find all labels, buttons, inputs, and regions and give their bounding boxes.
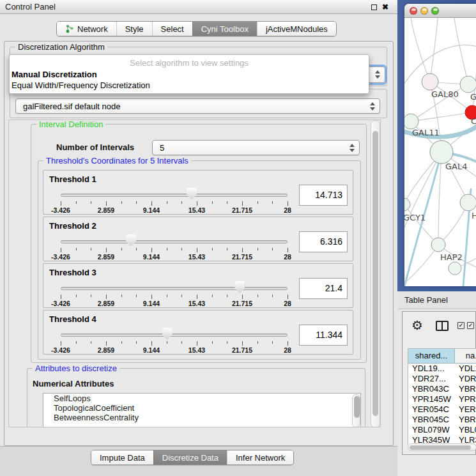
table-panel: ⚙ ✓ ✓ shared...na... YDL19...YDL1YDR27..… bbox=[402, 311, 476, 455]
slider-tick bbox=[61, 248, 61, 252]
table-cell: YPR1 bbox=[455, 394, 476, 404]
table-horizontal-scrollbar-thumb[interactable] bbox=[410, 445, 471, 450]
threshold-3-label: Threshold 3 bbox=[49, 268, 96, 277]
network-window-titlebar[interactable] bbox=[404, 4, 476, 18]
close-traffic-light-icon[interactable] bbox=[410, 7, 417, 15]
node-label-g: G bbox=[470, 92, 476, 102]
numerical-attributes-list[interactable]: SelfLoopsTopologicalCoefficientBetweenne… bbox=[43, 393, 361, 427]
network-node[interactable] bbox=[404, 198, 410, 211]
threshold-3-slider-thumb[interactable] bbox=[234, 281, 245, 293]
threshold-1-slider-thumb[interactable] bbox=[187, 188, 197, 200]
table-row[interactable]: YBL079WYBL0 bbox=[408, 425, 476, 435]
tab-select[interactable]: Select bbox=[152, 22, 192, 36]
interval-definition-group: Interval Definition Number of Intervals … bbox=[31, 124, 367, 363]
tab-jactivemnodules[interactable]: jActiveMNodules bbox=[257, 22, 336, 36]
slider-tick-label: 21.715 bbox=[232, 206, 252, 214]
gear-icon[interactable]: ⚙ bbox=[411, 318, 423, 333]
table-row[interactable]: YDR27...YDR2 bbox=[408, 374, 476, 384]
threshold-2-value-field[interactable]: 6.316 bbox=[299, 231, 348, 252]
attribute-item-topologicalcoefficient[interactable]: TopologicalCoefficient bbox=[43, 403, 360, 413]
popup-item-equal-width-frequency-discretization[interactable]: Equal Width/Frequency Discretization bbox=[10, 80, 369, 91]
table-row[interactable]: YER054CYER0 bbox=[408, 404, 476, 415]
tab-cyni-toolbox[interactable]: Cyni Toolbox bbox=[192, 22, 257, 36]
tab-infer-network[interactable]: Infer Network bbox=[227, 450, 293, 464]
zoom-traffic-light-icon[interactable] bbox=[431, 7, 439, 15]
cyni-toolbox-pane: Discretization Algorithm Table Data galF… bbox=[4, 41, 394, 446]
slider-tick bbox=[212, 201, 213, 204]
node-label-gcy1: GCY1 bbox=[404, 213, 426, 222]
slider-tick-label: 21.715 bbox=[232, 253, 252, 261]
settings-scrollbar-thumb[interactable] bbox=[372, 131, 378, 416]
network-node[interactable] bbox=[431, 238, 445, 252]
table-cell: YDR2 bbox=[455, 374, 476, 384]
threshold-2-slider-thumb[interactable] bbox=[126, 234, 136, 247]
number-of-intervals-combobox[interactable]: 5 bbox=[152, 140, 360, 155]
threshold-3-value-field[interactable]: 21.4 bbox=[299, 278, 348, 299]
slider-tick-label: -3.426 bbox=[51, 300, 70, 307]
minimize-traffic-light-icon[interactable] bbox=[420, 7, 428, 15]
close-icon[interactable]: ✖ bbox=[381, 3, 390, 12]
table-row[interactable]: YBR045CYBR0 bbox=[408, 415, 476, 425]
column-header-na[interactable]: na... bbox=[455, 349, 476, 364]
attributes-list-scrollbar[interactable] bbox=[352, 394, 360, 427]
column-header-shared[interactable]: shared... bbox=[408, 349, 455, 364]
threshold-4-panel: Threshold 4-3.4262.8599.14415.4321.71528… bbox=[43, 310, 353, 355]
attribute-item-selfloops[interactable]: SelfLoops bbox=[43, 394, 360, 403]
popup-item-manual-discretization[interactable]: Manual Discretization bbox=[10, 69, 369, 80]
slider-tick bbox=[227, 248, 227, 250]
thresholds-group: Threshold's Coordinates for 5 Intervals … bbox=[38, 160, 361, 360]
slider-tick bbox=[76, 295, 77, 297]
network-node[interactable] bbox=[460, 194, 476, 211]
slider-tick bbox=[181, 295, 182, 297]
network-node[interactable] bbox=[430, 141, 453, 164]
algorithm-popup-items: Manual DiscretizationEqual Width/Frequen… bbox=[10, 69, 369, 91]
slider-tick bbox=[257, 248, 258, 250]
network-node[interactable] bbox=[460, 76, 476, 93]
attributes-list-scrollbar-thumb[interactable] bbox=[354, 396, 360, 418]
numerical-attributes-label: Numerical Attributes bbox=[33, 379, 114, 388]
tab-discretize-data[interactable]: Discretize Data bbox=[153, 450, 227, 464]
table-horizontal-scrollbar[interactable] bbox=[408, 443, 476, 451]
slider-tick-label: 2.859 bbox=[98, 253, 114, 261]
threshold-1-value-field[interactable]: 14.713 bbox=[299, 185, 348, 206]
attribute-item-betweennesscentrality[interactable]: BetweennessCentrality bbox=[43, 413, 360, 422]
threshold-3-slider-track[interactable] bbox=[61, 287, 288, 290]
select-all-checkbox-icon[interactable]: ✓ bbox=[457, 322, 464, 329]
number-of-intervals-value: 5 bbox=[160, 143, 164, 153]
table-row[interactable]: YBR043CYBR0 bbox=[408, 384, 476, 394]
network-canvas[interactable]: GAL80GCGAL11GAL4GCY1HHAP2 bbox=[404, 18, 476, 286]
network-node[interactable] bbox=[449, 262, 461, 275]
threshold-4-slider-track[interactable] bbox=[61, 334, 288, 337]
tab-label: jActiveMNodules bbox=[266, 24, 328, 34]
threshold-4-value-field[interactable]: 11.344 bbox=[299, 325, 348, 346]
threshold-2-slider-track[interactable] bbox=[61, 240, 288, 243]
float-window-icon[interactable] bbox=[369, 3, 378, 12]
settings-scrollbar[interactable] bbox=[371, 120, 380, 427]
tab-impute-data[interactable]: Impute Data bbox=[91, 450, 153, 464]
tab-style[interactable]: Style bbox=[116, 22, 152, 36]
threshold-4-label: Threshold 4 bbox=[49, 314, 96, 324]
slider-tick bbox=[91, 341, 91, 344]
threshold-2-panel: Threshold 2-3.4262.8599.14415.4321.71528… bbox=[43, 217, 353, 261]
table-row[interactable]: YDL19...YDL1 bbox=[408, 364, 476, 374]
table-row[interactable]: YPR145WYPR1 bbox=[408, 394, 476, 404]
discretization-algorithm-group-title: Discretization Algorithm bbox=[15, 42, 107, 52]
slider-tick bbox=[106, 341, 107, 346]
threshold-1-slider-track[interactable] bbox=[61, 194, 288, 197]
network-node[interactable] bbox=[422, 73, 438, 90]
tab-label: Select bbox=[161, 24, 184, 34]
threshold-4-slider-thumb[interactable] bbox=[162, 328, 173, 340]
network-edge bbox=[454, 18, 468, 84]
slider-tick bbox=[197, 295, 197, 299]
slider-tick bbox=[91, 201, 91, 204]
slider-tick bbox=[288, 341, 288, 346]
network-node[interactable] bbox=[404, 114, 418, 129]
table-data-combobox[interactable]: galFiltered.sif default node bbox=[15, 98, 380, 114]
tab-label: Style bbox=[125, 24, 144, 34]
split-columns-icon[interactable] bbox=[436, 321, 449, 331]
select-columns-checkbox-icon[interactable]: ✓ bbox=[467, 322, 474, 329]
tab-network[interactable]: Network bbox=[57, 22, 116, 36]
slider-tick-label: 28 bbox=[284, 253, 291, 261]
table-cell: YDL19... bbox=[408, 364, 455, 374]
slider-tick bbox=[197, 248, 197, 252]
